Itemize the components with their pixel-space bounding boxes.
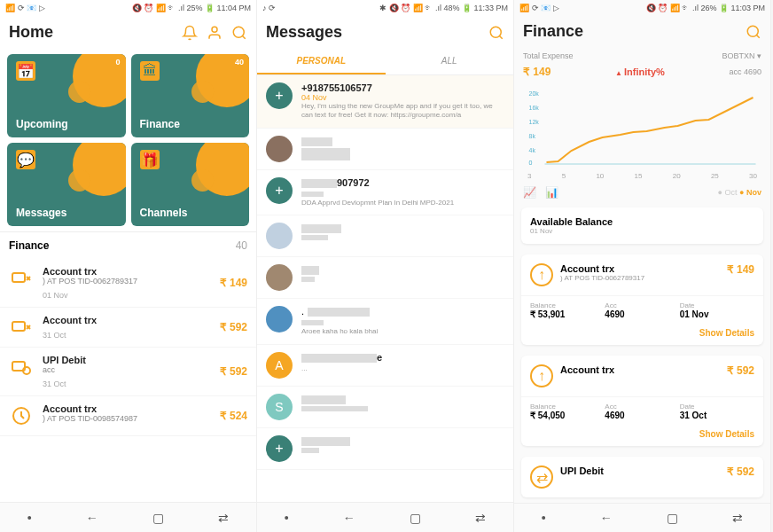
card-messages[interactable]: 💬 Messages [7, 143, 126, 226]
msg-row[interactable] [257, 215, 513, 257]
card-label: Channels [140, 207, 188, 219]
msg-row[interactable]: . Aroee kaha ho kala bhai [257, 299, 513, 344]
svg-point-7 [747, 26, 758, 36]
trx-card[interactable]: ↑ Account trx ) AT POS TID-0062789317 ₹ … [521, 254, 763, 345]
msg-body: ... [301, 364, 504, 373]
trx-amount: ₹ 149 [727, 263, 754, 276]
trx-card[interactable]: ↑ Account trx ₹ 592 Balance₹ 54,050 Acc4… [521, 356, 763, 446]
msg-title: +918755106577 [301, 82, 504, 93]
nav-switch[interactable]: ⇄ [732, 511, 743, 525]
header: Home [0, 16, 256, 49]
nav-back[interactable]: ← [86, 511, 98, 525]
nav-recents[interactable]: ▢ [667, 511, 678, 525]
card-grid: 0 📅 Upcoming 40 🏛 Finance 💬 Messages 🎁 C… [0, 49, 256, 231]
nav-back[interactable]: ← [343, 511, 355, 525]
svg-text:8k: 8k [529, 133, 536, 139]
message-list: + +918755106577 04 Nov Hey, I'm using th… [257, 75, 513, 502]
total-label: Total Expense [523, 51, 574, 60]
nav-dot[interactable]: • [27, 511, 32, 525]
page-title: Messages [266, 23, 480, 42]
msg-title-suffix: e [377, 352, 382, 364]
nav-recents[interactable]: ▢ [410, 511, 421, 525]
card-channels[interactable]: 🎁 Channels [131, 143, 250, 226]
svg-text:0: 0 [529, 160, 533, 166]
avatar-letter: A [266, 352, 293, 379]
section-count: 40 [236, 239, 247, 252]
user-icon[interactable] [207, 25, 223, 41]
avatar-letter: S [266, 394, 293, 420]
msg-row[interactable]: + 907972 DDA Apprvd Devlopmnt Plan In De… [257, 170, 513, 215]
trx-amount: ₹ 592 [727, 466, 754, 478]
bell-icon[interactable] [182, 25, 198, 41]
svg-text:12k: 12k [529, 119, 540, 125]
trx-amount: ₹ 592 [727, 364, 754, 377]
trx-icon [9, 355, 34, 379]
chart-bar-toggle[interactable]: 📊 [545, 186, 558, 199]
trx-amount: ₹ 592 [220, 321, 247, 333]
chat-icon: 💬 [16, 150, 35, 169]
status-left: 📶 ⟳ 📧 ▷ [519, 4, 559, 12]
card-finance[interactable]: 40 🏛 Finance [131, 54, 250, 137]
swap-icon: ⇄ [530, 466, 553, 489]
balance-title: Available Balance [530, 216, 754, 227]
trx-row[interactable]: Account trx ) AT POS TID-0062789317 01 N… [0, 259, 256, 308]
msg-row[interactable]: S [257, 387, 513, 428]
msg-row[interactable]: + [257, 428, 513, 470]
trx-card[interactable]: ⇄ UPI Debit ₹ 592 [521, 457, 763, 497]
show-details-button[interactable]: Show Details [521, 426, 763, 446]
trx-title: UPI Debit [43, 355, 211, 365]
msg-row[interactable] [257, 129, 513, 170]
card-upcoming[interactable]: 0 📅 Upcoming [7, 54, 126, 137]
screen-home: 📶 ⟳ 📧 ▷ 🔇 ⏰ 📶 ᯤ .ıl 25% 🔋 11:04 PM Home … [0, 0, 257, 532]
nav-back[interactable]: ← [600, 511, 613, 525]
svg-point-0 [233, 27, 244, 37]
search-icon[interactable] [231, 25, 247, 41]
tab-all[interactable]: ALL [386, 49, 514, 74]
header: Finance [514, 15, 770, 48]
nav-switch[interactable]: ⇄ [218, 511, 229, 525]
tab-personal[interactable]: PERSONAL [257, 49, 386, 74]
trx-row[interactable]: Account trx 31 Oct ₹ 592 [0, 308, 256, 348]
trx-date: 31 Oct [43, 331, 211, 340]
trx-icon [9, 315, 34, 340]
avatar-add-icon: + [266, 435, 293, 462]
trx-sub: ) AT POS TID-0062789317 [43, 277, 211, 286]
status-right: ✱ 🔇 ⏰ 📶 ᯤ .ıl 48% 🔋 11:33 PM [379, 4, 508, 12]
trx-title: UPI Debit [560, 466, 720, 476]
msg-date: 04 Nov [301, 93, 504, 102]
trx-icon [9, 403, 34, 428]
nav-bar: • ← ▢ ⇄ [514, 503, 770, 532]
header: Messages [257, 16, 513, 49]
msg-row[interactable]: A e ... [257, 345, 513, 387]
trx-row[interactable]: UPI Debit acc 31 Oct ₹ 592 [0, 348, 256, 396]
avatar [266, 136, 293, 162]
msg-row[interactable] [257, 257, 513, 299]
svg-text:16k: 16k [529, 105, 540, 111]
svg-rect-1 [12, 273, 25, 282]
account-label: acc 4690 [729, 67, 761, 76]
chart: 20k 16k 12k 8k 4k 0 351015202530 [514, 85, 770, 183]
nav-recents[interactable]: ▢ [152, 511, 164, 525]
trx-sub: ) AT POS TID-0062789317 [560, 274, 720, 282]
msg-row[interactable]: + +918755106577 04 Nov Hey, I'm using th… [257, 75, 513, 129]
card-badge: 0 [115, 58, 120, 66]
trx-title: Account trx [560, 263, 720, 274]
status-left: ♪ ⟳ [262, 4, 276, 12]
trx-row[interactable]: Account trx ) AT POS TID-0098574987 ₹ 52… [0, 396, 256, 436]
page-title: Home [9, 23, 173, 42]
total-amount-row: ₹ 149 Infinity% acc 4690 [514, 64, 770, 85]
search-icon[interactable] [488, 25, 504, 41]
chart-line-toggle[interactable]: 📈 [523, 186, 536, 199]
account-dropdown[interactable]: BOBTXN ▾ [722, 51, 761, 60]
nav-switch[interactable]: ⇄ [475, 511, 486, 525]
search-icon[interactable] [746, 24, 761, 40]
nav-dot[interactable]: • [542, 511, 546, 525]
trx-sub: ) AT POS TID-0098574987 [43, 414, 211, 423]
card-label: Finance [140, 118, 180, 130]
bank-icon: 🏛 [140, 61, 160, 81]
balance-card[interactable]: Available Balance 01 Nov [521, 207, 763, 244]
card-badge: 40 [235, 58, 244, 66]
show-details-button[interactable]: Show Details [521, 325, 763, 345]
nav-dot[interactable]: • [285, 511, 289, 525]
svg-text:4k: 4k [529, 147, 536, 153]
